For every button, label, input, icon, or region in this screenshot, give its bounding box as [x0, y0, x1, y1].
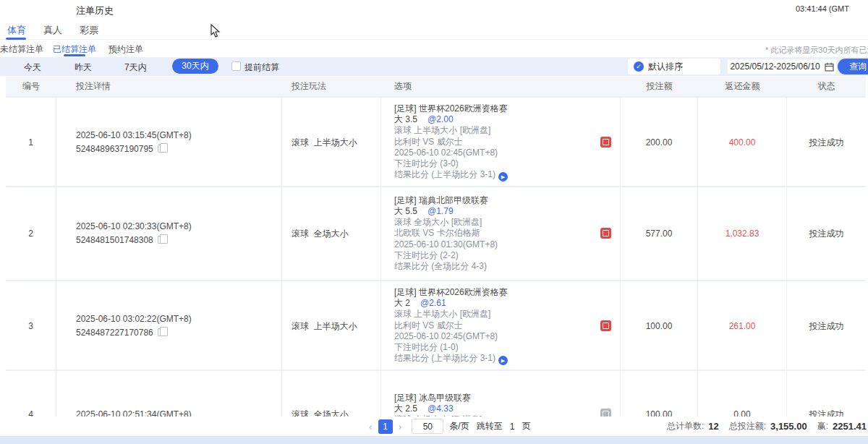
table-row: 2 2025-06-10 02:30:33(GMT+8) 52484815017… — [6, 187, 866, 280]
market: 滚球 全场大小 [欧洲盘] — [394, 217, 498, 228]
win-flag-icon — [600, 320, 611, 331]
selection-info: [足球] 世界杯2026欧洲资格赛 大 3.5@2.00 滚球 上半场大小 [欧… — [394, 103, 508, 182]
col-header-detail: 投注详情 — [56, 77, 282, 96]
bet-history-page: 注单历史 03:41:44 (GMT 体育 真人 彩票 未结算注单 已结算注单 … — [0, 0, 868, 444]
filter-30days[interactable]: 30天内 — [172, 59, 218, 74]
score-at-bet: 下注时比分 (2-2) — [394, 250, 498, 261]
bottom-strip — [0, 436, 868, 444]
bet-detail-cell: 2025-06-10 03:02:22(GMT+8) 5248487227170… — [56, 281, 282, 371]
tab-lottery[interactable]: 彩票 — [80, 24, 98, 37]
copy-icon[interactable] — [158, 328, 164, 336]
bet-id-line: 5248481501748308 — [76, 234, 164, 247]
market: 滚球 上半场大小 [欧洲盘] — [394, 309, 508, 320]
bet-id-line: 5248489637190795 — [76, 142, 164, 156]
filter-yesterday[interactable]: 昨天 — [75, 61, 92, 74]
page-size-input[interactable] — [412, 419, 443, 434]
teams: 比利时 VS 威尔士 — [394, 137, 508, 148]
tab-sports[interactable]: 体育 — [7, 24, 26, 37]
return-amount: 261.00 — [698, 281, 787, 371]
selection-cell: [足球] 世界杯2026欧洲资格赛 大 3.5@2.00 滚球 上半场大小 [欧… — [381, 98, 621, 187]
total-win-value: 2251.41 — [833, 421, 867, 432]
total-stake-value: 3,155.00 — [770, 421, 807, 432]
col-header-status: 状态 — [787, 77, 866, 96]
date-range-value: 2025/05/12-2025/06/10 — [730, 61, 820, 72]
league-name: [足球] 瑞典北部甲级联赛 — [394, 195, 498, 206]
category-tabs: 体育 真人 彩票 — [0, 22, 868, 40]
filter-7days[interactable]: 7天内 — [124, 61, 147, 74]
search-button[interactable]: 查询 — [838, 59, 868, 74]
jump-unit: 页 — [522, 420, 530, 432]
sort-label: 默认排序 — [648, 61, 683, 73]
win-flag-icon — [600, 137, 611, 148]
pick: 大 2.5 — [394, 404, 417, 414]
active-tab-underline — [6, 38, 26, 40]
bet-detail-cell: 2025-06-10 02:30:33(GMT+8) 5248481501748… — [56, 187, 282, 280]
bet-time: 2025-06-10 02:30:33(GMT+8) — [76, 220, 192, 234]
bet-time: 2025-06-10 03:15:45(GMT+8) — [76, 129, 192, 142]
jump-page-value[interactable]: 1 — [510, 422, 515, 432]
result-score: 结果比分 (全场比分 4-3) — [394, 261, 498, 272]
current-page-button[interactable]: 1 — [378, 419, 393, 434]
page-title: 注单历史 — [76, 4, 114, 17]
pick: 大 2 — [394, 298, 410, 308]
odds: @4.33 — [427, 404, 454, 414]
pagination-footer: ‹ 1 › 条/页 跳转至 1 页 总计单数: 12 总投注额: 3,155.0… — [0, 417, 868, 436]
stake-amount: 100.00 — [621, 281, 698, 371]
return-amount: 1,032.83 — [698, 187, 787, 280]
selection-info: [足球] 瑞典北部甲级联赛 大 5.5@1.79 滚球 全场大小 [欧洲盘] 北… — [394, 195, 498, 272]
replay-icon[interactable]: ▶ — [498, 172, 508, 182]
tab-live-casino[interactable]: 真人 — [43, 24, 62, 37]
subtab-unsettled[interactable]: 未结算注单 — [0, 43, 43, 56]
league-name: [足球] 世界杯2026欧洲资格赛 — [394, 103, 508, 114]
mouse-cursor — [210, 24, 221, 38]
match-time: 2025-06-10 01:30(GMT+8) — [394, 239, 498, 250]
subtab-reserved[interactable]: 预约注单 — [109, 43, 143, 56]
bet-play: 滚球 上半场大小 — [282, 281, 381, 371]
bet-id: 5248487227170786 — [76, 328, 153, 338]
odds: @2.00 — [427, 114, 454, 124]
result-score: 结果比分 (上半场比分 3-1) — [394, 169, 495, 179]
date-range-picker[interactable]: 2025/05/12-2025/06/10 — [727, 59, 837, 74]
totals-summary: 总计单数: 12 总投注额: 3,155.00 赢: 2251.41 — [657, 417, 867, 436]
prev-page-arrow[interactable]: ‹ — [369, 421, 373, 432]
page-size-unit: 条/页 — [449, 420, 469, 432]
default-sort-select[interactable]: ✓ 默认排序 — [628, 59, 720, 74]
bet-table: 编号 投注详情 投注玩法 选项 投注额 返还金额 状态 1 2025-06-10… — [6, 77, 866, 444]
bet-no: 2 — [6, 187, 56, 280]
league-name: [足球] 冰岛甲级联赛 — [394, 393, 482, 404]
table-row: 1 2025-06-10 03:15:45(GMT+8) 52484896371… — [6, 98, 866, 186]
filter-today[interactable]: 今天 — [24, 61, 41, 74]
odds: @2.61 — [420, 298, 446, 308]
server-clock: 03:41:44 (GMT — [796, 4, 849, 13]
total-count-value: 12 — [708, 421, 718, 432]
result-score: 结果比分 (上半场比分 3-1) — [394, 353, 495, 363]
market: 滚球 上半场大小 [欧洲盘] — [394, 125, 508, 136]
total-count-label: 总计单数: — [667, 420, 704, 432]
win-flag-icon — [600, 228, 611, 239]
copy-icon[interactable] — [158, 145, 164, 153]
table-row: 3 2025-06-10 03:02:22(GMT+8) 52484872271… — [6, 281, 866, 370]
early-settle-checkbox[interactable] — [231, 61, 241, 71]
total-stake-label: 总投注额: — [729, 420, 766, 432]
calendar-icon — [825, 62, 834, 72]
early-settle-label: 提前结算 — [244, 61, 279, 74]
total-win-label: 赢: — [817, 420, 828, 432]
stake-amount: 577.00 — [621, 187, 698, 280]
table-header: 编号 投注详情 投注玩法 选项 投注额 返还金额 状态 — [6, 77, 866, 96]
bet-status: 投注成功 — [787, 281, 866, 371]
pick: 大 5.5 — [394, 206, 417, 216]
stake-amount: 200.00 — [621, 98, 698, 187]
next-page-arrow[interactable]: › — [399, 421, 402, 432]
copy-icon[interactable] — [158, 236, 164, 244]
bet-status: 投注成功 — [787, 187, 866, 280]
record-notice: * 此记录将显示30天内所有已派彩的注 — [765, 45, 868, 56]
col-header-selection: 选项 — [381, 77, 621, 96]
replay-icon[interactable]: ▶ — [498, 356, 508, 365]
league-name: [足球] 世界杯2026欧洲资格赛 — [394, 287, 508, 298]
bet-no: 3 — [6, 281, 56, 371]
bet-no: 1 — [6, 98, 56, 187]
settlement-subtabs: 未结算注单 已结算注单 预约注单 — [0, 43, 868, 57]
bet-time: 2025-06-10 03:02:22(GMT+8) — [76, 312, 192, 326]
bet-id: 5248489637190795 — [76, 144, 153, 154]
match-time: 2025-06-10 02:45(GMT+8) — [394, 331, 508, 342]
